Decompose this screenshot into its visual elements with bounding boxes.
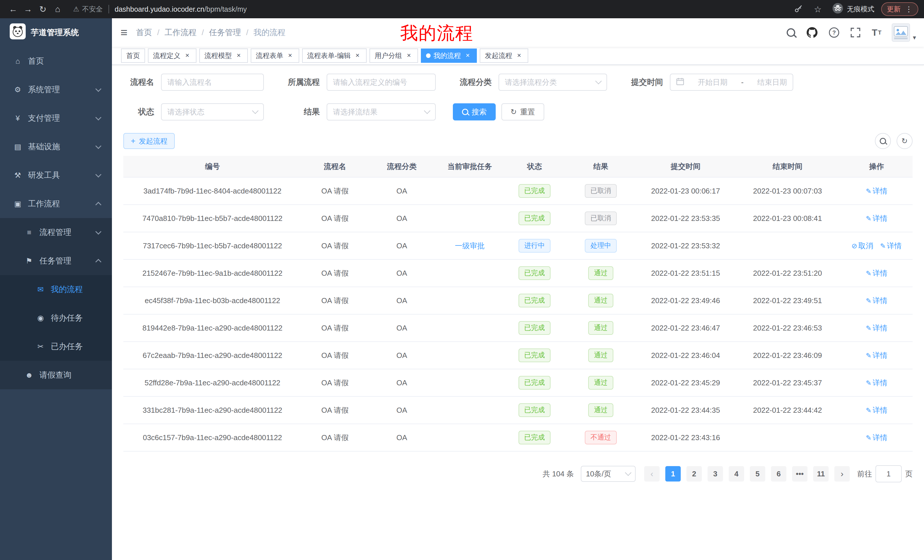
process-name-input[interactable] [161, 73, 264, 91]
breadcrumb-item[interactable]: 首页 [136, 27, 152, 38]
detail-link[interactable]: ✎详情 [866, 324, 888, 332]
close-icon[interactable]: × [183, 52, 191, 60]
close-icon[interactable]: × [286, 52, 294, 60]
help-icon[interactable]: ? [823, 18, 845, 47]
next-page-button[interactable]: › [834, 466, 850, 482]
cell-name: OA 请假 [302, 424, 368, 451]
content: 流程名 所属流程 流程分类 请选择流程分类 [112, 65, 924, 560]
sidebar-item-workflow[interactable]: ▣工作流程 [0, 190, 112, 218]
tab-user-group[interactable]: 用户分组× [369, 48, 418, 63]
close-icon[interactable]: × [235, 52, 243, 60]
search-icon[interactable] [781, 18, 801, 47]
detail-icon: ✎ [866, 187, 872, 195]
refresh-table-button[interactable]: ↻ [897, 133, 913, 149]
detail-link[interactable]: ✎详情 [880, 241, 902, 250]
detail-link[interactable]: ✎详情 [866, 214, 888, 223]
breadcrumb-item[interactable]: 任务管理 [209, 27, 241, 38]
result-select[interactable]: 请选择流结果 [327, 103, 436, 120]
security-badge[interactable]: ⚠不安全 [73, 4, 103, 14]
end-date-placeholder: 结束日期 [757, 77, 787, 87]
tab-process-definition[interactable]: 流程定义× [148, 48, 196, 63]
sidebar-item-my-process[interactable]: ✉我的流程 [0, 275, 112, 304]
page-size-select[interactable]: 10条/页 [581, 466, 636, 482]
create-process-button[interactable]: + 发起流程 [123, 133, 175, 149]
search-button[interactable]: 搜索 [453, 103, 496, 120]
status-select[interactable]: 请选择状态 [161, 103, 264, 120]
more-menu-icon[interactable]: ⋮ [905, 5, 913, 14]
hamburger-icon[interactable]: ≡ [112, 26, 136, 39]
page-button-2[interactable]: 2 [686, 466, 702, 482]
font-size-icon[interactable]: TT [866, 18, 887, 47]
chevron-down-icon[interactable]: ▾ [913, 34, 916, 41]
forward-icon[interactable]: → [21, 2, 35, 16]
github-icon[interactable] [801, 18, 823, 47]
sidebar-item-system-mgmt[interactable]: ⚙系统管理 [0, 75, 112, 104]
fullscreen-icon[interactable] [845, 18, 866, 47]
tab-process-form[interactable]: 流程表单× [251, 48, 299, 63]
date-range-picker[interactable]: 开始日期 - 结束日期 [670, 73, 793, 91]
total-count: 共 104 条 [543, 469, 574, 479]
sidebar-item-todo-tasks[interactable]: ◉待办任务 [0, 304, 112, 332]
close-icon[interactable]: × [515, 52, 523, 60]
tab-process-form-edit[interactable]: 流程表单-编辑× [302, 48, 367, 63]
close-icon[interactable]: × [405, 52, 413, 60]
prev-page-button[interactable]: ‹ [644, 466, 660, 482]
page-button-1[interactable]: 1 [665, 466, 681, 482]
show-search-button[interactable] [875, 133, 891, 149]
page-button-11[interactable]: 11 [813, 466, 829, 482]
detail-link[interactable]: ✎详情 [866, 379, 888, 387]
tab-start-process[interactable]: 发起流程× [480, 48, 528, 63]
sidebar-item-payment-mgmt[interactable]: ¥支付管理 [0, 104, 112, 132]
sidebar-item-dev-tools[interactable]: ⚒研发工具 [0, 161, 112, 190]
url-text[interactable]: dashboard.yudao.iocoder.cn/bpm/task/my [115, 5, 247, 13]
cell-task [435, 369, 504, 397]
sidebar-item-task-mgmt[interactable]: ⚑任务管理 [0, 247, 112, 275]
cell-status: 已完成 [504, 314, 565, 341]
detail-link[interactable]: ✎详情 [866, 351, 888, 359]
goto-page-input[interactable] [876, 465, 902, 482]
chevron-down-icon [95, 171, 101, 177]
detail-link[interactable]: ✎详情 [866, 433, 888, 442]
task-link[interactable]: 一级审批 [455, 241, 484, 250]
tab-home[interactable]: 首页 [121, 48, 145, 63]
page-button-3[interactable]: 3 [708, 466, 723, 482]
sidebar-item-done-tasks[interactable]: ✂已办任务 [0, 332, 112, 361]
detail-link[interactable]: ✎详情 [866, 269, 888, 277]
back-icon[interactable]: ← [6, 2, 21, 16]
close-icon[interactable]: × [464, 52, 472, 60]
submit-time-label: 提交时间 [624, 77, 670, 88]
cell-status: 已完成 [504, 259, 565, 287]
detail-link[interactable]: ✎详情 [866, 406, 888, 415]
sidebar-item-process-mgmt[interactable]: ≡流程管理 [0, 218, 112, 247]
sidebar-item-infrastructure[interactable]: ▤基础设施 [0, 132, 112, 161]
tab-process-model[interactable]: 流程模型× [199, 48, 248, 63]
tab-label: 流程表单-编辑 [307, 51, 351, 60]
more-pages-button[interactable]: ••• [792, 466, 807, 482]
refresh-icon[interactable]: ↻ [35, 2, 50, 16]
key-icon[interactable] [791, 2, 806, 16]
sidebar-item-leave-query[interactable]: ☻请假查询 [0, 361, 112, 389]
filter-process-def: 所属流程 [281, 73, 436, 91]
page-button-6[interactable]: 6 [771, 466, 786, 482]
cancel-link[interactable]: ⊘取消 [852, 241, 873, 250]
detail-icon: ✎ [866, 270, 872, 277]
tab-my-process[interactable]: 我的流程× [421, 48, 477, 63]
result-tag: 处理中 [585, 239, 617, 253]
update-button[interactable]: 更新 ⋮ [881, 2, 918, 16]
app-logo[interactable]: 芋道管理系统 [0, 18, 112, 47]
sidebar-item-home[interactable]: ⌂首页 [0, 47, 112, 75]
reset-button[interactable]: ↻ 重置 [501, 103, 544, 120]
star-icon[interactable]: ☆ [810, 2, 825, 16]
browser-home-icon[interactable]: ⌂ [50, 2, 65, 16]
process-def-input[interactable] [327, 73, 436, 91]
op-label: 详情 [873, 379, 888, 387]
category-select[interactable]: 请选择流程分类 [498, 73, 607, 91]
avatar[interactable] [892, 23, 910, 42]
breadcrumb-item[interactable]: 工作流程 [165, 27, 196, 38]
detail-link[interactable]: ✎详情 [866, 296, 888, 305]
close-icon[interactable]: × [354, 52, 362, 60]
op-label: 详情 [873, 324, 888, 332]
page-button-4[interactable]: 4 [729, 466, 744, 482]
detail-link[interactable]: ✎详情 [866, 187, 888, 195]
page-button-5[interactable]: 5 [750, 466, 765, 482]
